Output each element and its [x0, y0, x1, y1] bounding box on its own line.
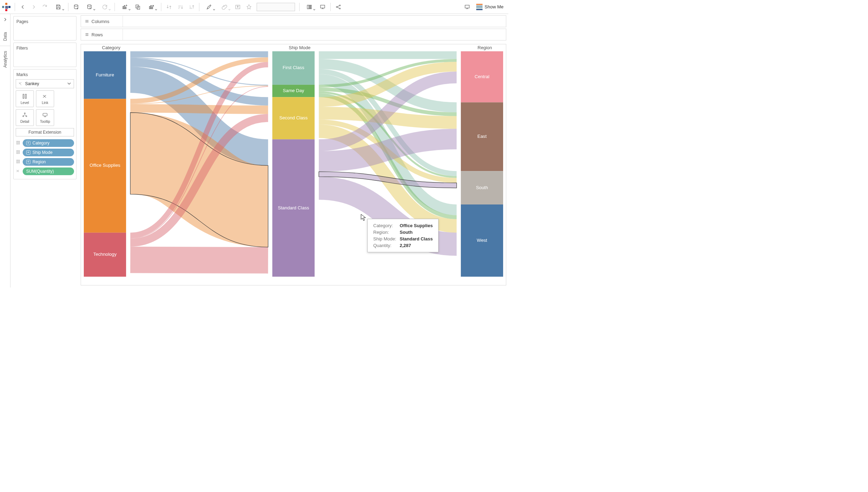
svg-rect-48 [461, 102, 503, 171]
pages-card[interactable]: Pages [13, 16, 76, 40]
forward-button[interactable] [29, 2, 39, 12]
marks-link-button[interactable]: Link [36, 90, 54, 107]
show-me-button[interactable]: Show Me [473, 4, 506, 10]
sankey-node-standard[interactable]: Standard Class [272, 139, 315, 277]
svg-rect-12 [307, 5, 309, 9]
svg-rect-52 [461, 204, 503, 277]
sankey-node-tech[interactable]: Technology [84, 233, 126, 277]
save-button[interactable] [51, 2, 65, 12]
new-worksheet-button[interactable] [118, 2, 132, 12]
svg-rect-38 [272, 51, 315, 85]
tab-analytics[interactable]: Analytics [3, 46, 8, 73]
pin-button[interactable] [244, 2, 254, 12]
present-button[interactable] [462, 2, 472, 12]
svg-rect-44 [272, 139, 315, 277]
marks-detail-button[interactable]: Detail [16, 109, 34, 126]
svg-rect-27 [19, 141, 19, 144]
attach-button[interactable] [218, 2, 231, 12]
clear-sheet-button[interactable] [144, 2, 158, 12]
columns-icon [84, 19, 89, 24]
parameter-select[interactable] [257, 3, 295, 11]
sankey-node-first[interactable]: First Class [272, 51, 315, 85]
sankey-node-sameday[interactable]: Same Day [272, 85, 315, 97]
redo-button[interactable] [40, 2, 50, 12]
text-annotation-button[interactable]: T [233, 2, 243, 12]
sort-desc-button[interactable] [186, 2, 196, 12]
share-button[interactable] [333, 2, 343, 12]
sankey-chart[interactable]: FurnitureOffice SuppliesTechnologyFirst … [84, 51, 503, 284]
sankey-node-west[interactable]: West [461, 204, 503, 277]
sankey-node-south[interactable]: South [461, 171, 503, 204]
svg-rect-20 [23, 94, 24, 98]
marks-level-button[interactable]: Level [16, 90, 34, 107]
svg-rect-19 [465, 5, 469, 8]
svg-rect-46 [461, 51, 503, 102]
sankey-node-central[interactable]: Central [461, 51, 503, 102]
presentation-button[interactable] [318, 2, 328, 12]
rows-shelf[interactable]: Rows [81, 29, 506, 40]
rows-label: Rows [91, 32, 103, 37]
sankey-node-second[interactable]: Second Class [272, 97, 315, 139]
sort-asc-button[interactable] [175, 2, 185, 12]
columns-shelf[interactable]: Columns [81, 15, 506, 27]
svg-rect-13 [309, 5, 310, 9]
mark-type-select[interactable]: Sankey [16, 79, 74, 88]
mark-type-label: Sankey [25, 81, 39, 86]
swap-button[interactable] [164, 2, 174, 12]
format-extension-button[interactable]: Format Extension [16, 128, 74, 136]
svg-point-16 [336, 6, 337, 7]
svg-text:T: T [237, 6, 238, 9]
svg-rect-7 [149, 6, 150, 9]
svg-rect-30 [17, 160, 17, 163]
svg-rect-3 [124, 5, 125, 9]
pill-ship-mode[interactable]: +Ship Mode [23, 149, 74, 156]
level-icon [16, 150, 21, 156]
refresh-data-button[interactable] [98, 2, 112, 12]
svg-rect-9 [152, 7, 153, 9]
svg-rect-32 [84, 51, 126, 99]
top-toolbar: T Show Me [0, 0, 508, 14]
sankey-icon [18, 81, 23, 86]
fit-button[interactable] [302, 2, 316, 12]
show-me-icon [476, 4, 483, 10]
svg-rect-15 [321, 5, 325, 8]
tableau-logo-icon[interactable] [2, 3, 10, 11]
sankey-link[interactable] [130, 260, 268, 260]
new-datasource-button[interactable] [71, 2, 81, 12]
svg-rect-31 [19, 160, 19, 163]
highlight-button[interactable] [202, 2, 216, 12]
chart-header-category: Category [102, 45, 120, 50]
svg-rect-25 [43, 113, 47, 116]
expand-side-icon[interactable] [2, 16, 9, 23]
svg-rect-26 [17, 141, 17, 144]
chart-header-region: Region [478, 45, 492, 50]
sankey-node-office[interactable]: Office Supplies [84, 99, 126, 233]
svg-rect-4 [125, 7, 126, 9]
svg-rect-21 [25, 94, 27, 98]
tab-data[interactable]: Data [3, 27, 8, 46]
svg-point-22 [24, 113, 25, 114]
marks-card: Marks Sankey Level Link Detail Tooltip F… [13, 69, 76, 179]
duplicate-sheet-button[interactable] [133, 2, 143, 12]
tooltip: Category:Office SuppliesRegion:SouthShip… [367, 219, 439, 252]
side-tab-strip: Data Analytics [0, 14, 10, 288]
caret-down-icon [67, 81, 72, 86]
chart-canvas[interactable]: Category Ship Mode Region FurnitureOffic… [81, 44, 506, 285]
link-icon [16, 169, 21, 174]
svg-rect-2 [123, 6, 124, 9]
sankey-node-east[interactable]: East [461, 102, 503, 171]
pill-sum-quantity-[interactable]: SUM(Quantity) [23, 167, 74, 175]
sankey-node-furniture[interactable]: Furniture [84, 51, 126, 99]
svg-point-1 [88, 5, 91, 6]
filters-card[interactable]: Filters [13, 43, 76, 67]
pill-category[interactable]: +Category [23, 139, 74, 147]
svg-rect-42 [272, 97, 315, 139]
back-button[interactable] [18, 2, 28, 12]
pages-label: Pages [16, 18, 74, 26]
pill-region[interactable]: +Region [23, 158, 74, 166]
svg-rect-40 [272, 85, 315, 97]
pause-data-button[interactable] [82, 2, 96, 12]
marks-tooltip-button[interactable]: Tooltip [36, 109, 54, 126]
svg-rect-50 [461, 171, 503, 204]
sankey-link[interactable] [130, 109, 268, 110]
